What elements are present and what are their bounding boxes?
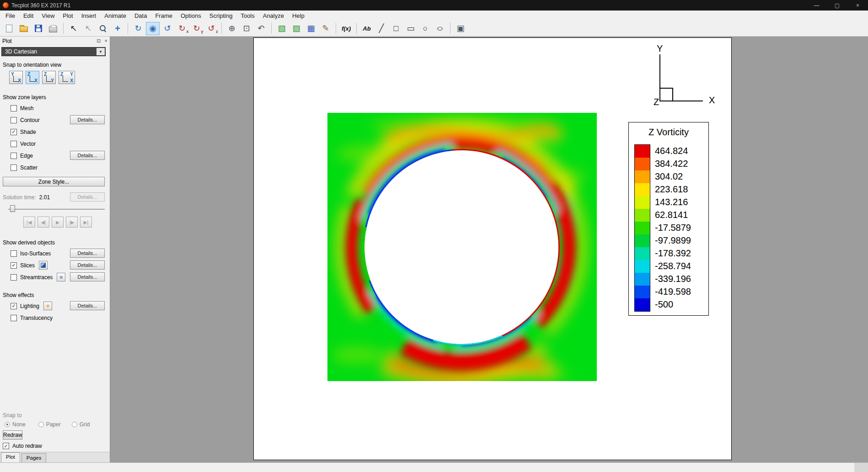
menu-analyze[interactable]: Analyze — [259, 11, 288, 20]
derived-streamtraces-details-button[interactable]: Details... — [70, 272, 105, 281]
menu-insert[interactable]: Insert — [77, 11, 101, 20]
stream-icon-button[interactable]: ≈ — [57, 273, 65, 281]
vorticity-contour-plot[interactable] — [327, 113, 597, 381]
effect-lighting-checkbox[interactable]: ✓ — [11, 303, 17, 309]
mesh-overlay-toggle[interactable]: ▨ — [289, 22, 303, 35]
solution-time-details-button[interactable]: Details... — [70, 192, 105, 202]
save-layout-button[interactable] — [32, 22, 45, 35]
rotate-twist-tool[interactable]: ↺ — [161, 22, 174, 35]
close-panel-icon[interactable]: × — [105, 38, 107, 44]
solution-time-slider[interactable] — [8, 205, 105, 212]
undo-view-button[interactable]: ↶ — [254, 22, 268, 35]
adjustor-tool[interactable]: ↖ — [81, 22, 95, 35]
orientation-view-zy-button[interactable]: ZY — [42, 71, 56, 84]
zone-layer-shade-checkbox[interactable]: ✓ — [11, 129, 17, 135]
new-layout-button[interactable] — [2, 22, 16, 35]
add-rectangle-button[interactable]: ▭ — [404, 22, 418, 35]
center-view-button[interactable]: ⊕ — [225, 22, 239, 35]
equations-button[interactable]: f(x) — [339, 22, 353, 35]
tab-pages[interactable]: Pages — [21, 453, 47, 462]
rotate-x-tool[interactable]: ↻x — [175, 22, 189, 35]
derived-iso-surfaces-details-button[interactable]: Details... — [70, 249, 105, 258]
derived-slices-details-button[interactable]: Details... — [70, 260, 105, 270]
solution-time-label: Solution time: — [3, 194, 36, 201]
translate-tool[interactable]: + — [111, 22, 124, 35]
resize-grip[interactable] — [854, 463, 868, 472]
play-button[interactable]: ▶ — [52, 217, 64, 228]
axis-corner-icon — [63, 76, 68, 82]
menu-view[interactable]: View — [38, 11, 59, 20]
derived-iso-surfaces-checkbox[interactable] — [11, 250, 17, 257]
effect-translucency-checkbox[interactable] — [11, 315, 17, 321]
orientation-view-zx-button[interactable]: ZX — [26, 71, 39, 84]
menu-frame[interactable]: Frame — [151, 11, 177, 20]
close-button[interactable]: × — [847, 0, 868, 11]
frame-order-button[interactable]: ▣ — [454, 22, 467, 35]
add-circle-button[interactable]: ○ — [418, 22, 432, 35]
menu-data[interactable]: Data — [130, 11, 151, 20]
zoom-tool[interactable] — [96, 22, 110, 35]
fit-view-button[interactable]: ⊡ — [240, 22, 253, 35]
orientation-view-zxy-button[interactable]: ZXY — [59, 71, 75, 84]
zone-layer-scatter-checkbox[interactable] — [11, 164, 17, 171]
rotate-rollerball-tool[interactable]: ◉ — [146, 22, 160, 35]
rotate-z-tool[interactable]: ↺z — [204, 22, 218, 35]
zone-layer-contour-checkbox[interactable] — [11, 117, 17, 123]
first-frame-button[interactable]: |◀ — [23, 217, 35, 228]
menu-help[interactable]: Help — [288, 11, 309, 20]
snap-option-grid[interactable]: Grid — [72, 421, 90, 428]
menu-plot[interactable]: Plot — [59, 11, 77, 20]
float-panel-icon[interactable]: ⊡ — [96, 38, 101, 44]
zone-style-button[interactable]: Zone Style... — [3, 177, 105, 186]
slider-thumb[interactable] — [10, 205, 15, 212]
maximize-button[interactable]: ▢ — [827, 0, 847, 11]
last-frame-button[interactable]: ▶| — [80, 217, 92, 228]
menu-edit[interactable]: Edit — [19, 11, 38, 20]
open-layout-button[interactable] — [17, 22, 31, 35]
legend-swatch — [635, 158, 650, 170]
axis-y-label: Y — [657, 43, 663, 54]
legend-title: Z Vorticity — [629, 127, 708, 138]
zone-layer-edge-details-button[interactable]: Details... — [70, 151, 105, 160]
add-square-button[interactable]: □ — [389, 22, 403, 35]
menu-tools[interactable]: Tools — [236, 11, 258, 20]
effect-lighting-details-button[interactable]: Details... — [70, 301, 105, 310]
tab-plot[interactable]: Plot — [1, 452, 20, 462]
derived-streamtraces-checkbox[interactable] — [11, 274, 17, 281]
auto-redraw-checkbox[interactable]: ✓ — [3, 443, 9, 449]
prev-frame-button[interactable]: ◀| — [38, 217, 49, 228]
zone-layer-contour-details-button[interactable]: Details... — [70, 115, 105, 124]
menu-options[interactable]: Options — [177, 11, 205, 20]
snap-option-none[interactable]: None — [5, 421, 26, 428]
rotate-y-tool[interactable]: ↻y — [190, 22, 204, 35]
zone-layer-mesh-checkbox[interactable] — [11, 105, 17, 111]
redraw-button[interactable]: Redraw — [3, 430, 22, 440]
title-bar: Tecplot 360 EX 2017 R1 — ▢ × — [0, 0, 868, 11]
rotate-spherical-tool[interactable]: ↻ — [131, 22, 145, 35]
data-spreadsheet-button[interactable]: ▦ — [304, 22, 318, 35]
light-icon-button[interactable]: ☀ — [43, 302, 52, 310]
derived-slices-checkbox[interactable]: ✓ — [11, 262, 17, 269]
add-text-button[interactable]: Ab — [360, 22, 374, 35]
zone-layer-vector-checkbox[interactable] — [11, 141, 17, 147]
selector-tool[interactable]: ↖ — [67, 22, 80, 35]
zone-layer-edge-checkbox[interactable] — [11, 153, 17, 159]
orientation-view-yx-button[interactable]: YX — [9, 71, 23, 84]
add-ellipse-button[interactable]: ○ — [433, 22, 447, 35]
menu-file[interactable]: File — [1, 11, 19, 20]
plot-frame[interactable]: Y X Z — [253, 37, 732, 460]
menu-animate[interactable]: Animate — [100, 11, 130, 20]
quick-edit-button[interactable]: ✎ — [319, 22, 332, 35]
minimize-button[interactable]: — — [806, 0, 827, 11]
add-line-button[interactable]: ╱ — [375, 22, 388, 35]
menu-scripting[interactable]: Scripting — [205, 11, 237, 20]
center-view-button-glyph: ⊕ — [228, 24, 235, 32]
snap-option-paper[interactable]: Paper — [38, 421, 61, 428]
contour-flood-toggle[interactable]: ▧ — [275, 22, 289, 35]
slice-icon-button[interactable] — [39, 261, 48, 270]
plot-type-dropdown[interactable]: 3D Cartesian ▼ — [1, 47, 106, 56]
radio-label: Paper — [46, 421, 61, 428]
print-button[interactable] — [46, 22, 60, 35]
effect-lighting-label: Lighting — [20, 303, 39, 309]
next-frame-button[interactable]: |▶ — [66, 217, 78, 228]
